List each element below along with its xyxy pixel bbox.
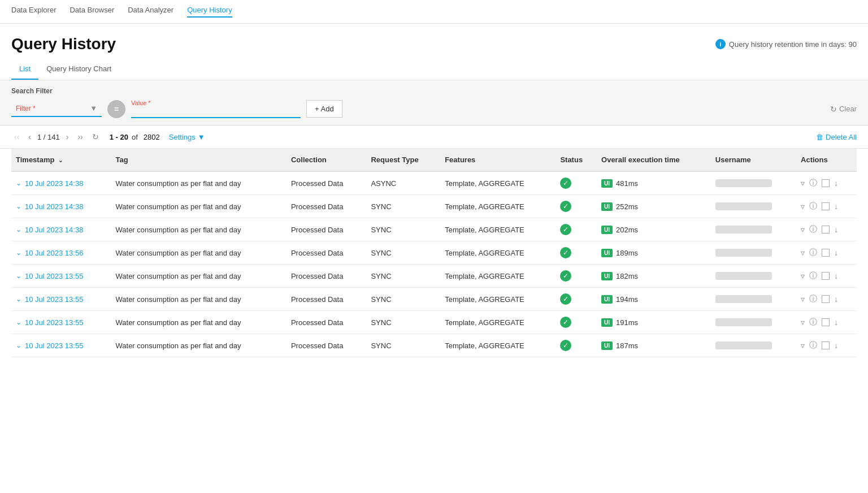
expand-icon[interactable]: ⌄ bbox=[16, 318, 21, 326]
filter-icon[interactable]: ▿ bbox=[801, 341, 805, 350]
timestamp-link[interactable]: 10 Jul 2023 14:38 bbox=[25, 226, 83, 234]
filter-icon[interactable]: ▿ bbox=[801, 202, 805, 211]
checkbox-icon[interactable] bbox=[822, 249, 830, 257]
cell-exec-time-3: UI 189ms bbox=[597, 241, 711, 265]
checkbox-icon[interactable] bbox=[822, 202, 830, 210]
tab-list[interactable]: List bbox=[11, 59, 38, 80]
timestamp-link[interactable]: 10 Jul 2023 14:38 bbox=[25, 202, 83, 211]
col-tag: Tag bbox=[111, 149, 287, 171]
col-timestamp[interactable]: Timestamp ⌄ bbox=[11, 149, 111, 171]
download-icon[interactable]: ↓ bbox=[834, 179, 838, 188]
download-icon[interactable]: ↓ bbox=[834, 341, 838, 350]
ui-badge: UI bbox=[601, 202, 613, 211]
filter-icon[interactable]: ▿ bbox=[801, 248, 805, 257]
chevron-down-icon: ▼ bbox=[198, 133, 205, 141]
expand-icon[interactable]: ⌄ bbox=[16, 226, 21, 233]
add-button[interactable]: + Add bbox=[306, 100, 342, 118]
settings-button[interactable]: Settings ▼ bbox=[169, 133, 205, 141]
timestamp-link[interactable]: 10 Jul 2023 13:55 bbox=[25, 295, 83, 304]
expand-icon[interactable]: ⌄ bbox=[16, 341, 21, 349]
info-circle-icon[interactable]: ⓘ bbox=[809, 178, 817, 188]
cell-tag-4: Water consumption as per flat and day bbox=[111, 265, 287, 288]
timestamp-link[interactable]: 10 Jul 2023 13:55 bbox=[25, 318, 83, 327]
checkbox-icon[interactable] bbox=[822, 272, 830, 280]
retention-info: i Query history retention time in days: … bbox=[715, 39, 857, 49]
filter-icon[interactable]: ▿ bbox=[801, 295, 805, 304]
info-circle-icon[interactable]: ⓘ bbox=[809, 271, 817, 281]
status-ok-icon: ✓ bbox=[560, 270, 571, 282]
expand-icon[interactable]: ⌄ bbox=[16, 202, 21, 210]
checkbox-icon[interactable] bbox=[822, 295, 830, 303]
nav-data-browser[interactable]: Data Browser bbox=[70, 6, 114, 18]
value-input[interactable] bbox=[131, 106, 301, 117]
value-label: Value * bbox=[131, 100, 301, 106]
equals-button[interactable]: = bbox=[107, 100, 125, 118]
timestamp-link[interactable]: 10 Jul 2023 13:55 bbox=[25, 341, 83, 350]
filter-icon[interactable]: ▿ bbox=[801, 271, 805, 280]
download-icon[interactable]: ↓ bbox=[834, 295, 838, 304]
download-icon[interactable]: ↓ bbox=[834, 318, 838, 327]
cell-collection-5: Processed Data bbox=[287, 288, 366, 311]
checkbox-icon[interactable] bbox=[822, 179, 830, 187]
total-count: 2802 bbox=[144, 133, 160, 141]
timestamp-link[interactable]: 10 Jul 2023 13:56 bbox=[25, 249, 83, 257]
cell-timestamp-2: ⌄ 10 Jul 2023 14:38 bbox=[11, 218, 111, 241]
search-filter-section: Search Filter Filter * ▼ = Value * + Add… bbox=[0, 80, 868, 126]
cell-actions-5: ▿ ⓘ ↓ bbox=[796, 288, 857, 311]
table-row: ⌄ 10 Jul 2023 13:55 Water consumption as… bbox=[11, 311, 857, 334]
nav-data-analyzer[interactable]: Data Analyzer bbox=[128, 6, 173, 18]
download-icon[interactable]: ↓ bbox=[834, 271, 838, 280]
info-circle-icon[interactable]: ⓘ bbox=[809, 294, 817, 304]
table-row: ⌄ 10 Jul 2023 13:55 Water consumption as… bbox=[11, 265, 857, 288]
download-icon[interactable]: ↓ bbox=[834, 202, 838, 211]
refresh-icon: ↻ bbox=[830, 105, 837, 114]
table-row: ⌄ 10 Jul 2023 14:38 Water consumption as… bbox=[11, 195, 857, 218]
prev-page-button[interactable]: ‹ bbox=[25, 131, 34, 142]
info-circle-icon[interactable]: ⓘ bbox=[809, 224, 817, 235]
info-circle-icon[interactable]: ⓘ bbox=[809, 340, 817, 351]
cell-username-2 bbox=[711, 218, 796, 241]
filter-icon[interactable]: ▿ bbox=[801, 225, 805, 234]
nav-query-history[interactable]: Query History bbox=[187, 6, 232, 18]
first-page-button[interactable]: ‹‹ bbox=[11, 131, 22, 142]
cell-request-type-5: SYNC bbox=[366, 288, 440, 311]
refresh-button[interactable]: ↻ bbox=[89, 131, 102, 142]
col-request-type: Request Type bbox=[366, 149, 440, 171]
info-circle-icon[interactable]: ⓘ bbox=[809, 248, 817, 258]
exec-time-value: 252ms bbox=[616, 202, 638, 211]
cell-features-7: Template, AGGREGATE bbox=[440, 334, 555, 357]
checkbox-icon[interactable] bbox=[822, 226, 830, 233]
cell-timestamp-0: ⌄ 10 Jul 2023 14:38 bbox=[11, 171, 111, 195]
checkbox-icon[interactable] bbox=[822, 341, 830, 349]
last-page-button[interactable]: ›› bbox=[75, 131, 85, 142]
timestamp-link[interactable]: 10 Jul 2023 14:38 bbox=[25, 179, 83, 188]
cell-exec-time-4: UI 182ms bbox=[597, 265, 711, 288]
clear-label: Clear bbox=[839, 105, 857, 113]
filter-select[interactable]: Filter * ▼ bbox=[11, 101, 102, 117]
info-circle-icon[interactable]: ⓘ bbox=[809, 317, 817, 327]
cell-features-3: Template, AGGREGATE bbox=[440, 241, 555, 265]
page-info: 1 / 141 bbox=[37, 133, 60, 141]
next-page-button[interactable]: › bbox=[63, 131, 72, 142]
ui-badge: UI bbox=[601, 318, 613, 327]
of-label: of bbox=[132, 133, 138, 141]
filter-icon[interactable]: ▿ bbox=[801, 179, 805, 188]
download-icon[interactable]: ↓ bbox=[834, 225, 838, 234]
status-ok-icon: ✓ bbox=[560, 340, 571, 351]
info-circle-icon[interactable]: ⓘ bbox=[809, 201, 817, 211]
cell-status-3: ✓ bbox=[555, 241, 597, 265]
nav-data-explorer[interactable]: Data Explorer bbox=[11, 6, 56, 18]
cell-actions-6: ▿ ⓘ ↓ bbox=[796, 311, 857, 334]
col-status: Status bbox=[555, 149, 597, 171]
filter-icon[interactable]: ▿ bbox=[801, 318, 805, 327]
clear-button[interactable]: ↻ Clear bbox=[830, 105, 857, 114]
timestamp-link[interactable]: 10 Jul 2023 13:55 bbox=[25, 272, 83, 280]
tab-query-history-chart[interactable]: Query History Chart bbox=[38, 59, 119, 80]
download-icon[interactable]: ↓ bbox=[834, 248, 838, 257]
checkbox-icon[interactable] bbox=[822, 318, 830, 326]
expand-icon[interactable]: ⌄ bbox=[16, 295, 21, 303]
expand-icon[interactable]: ⌄ bbox=[16, 179, 21, 187]
delete-all-button[interactable]: 🗑 Delete All bbox=[816, 133, 857, 141]
expand-icon[interactable]: ⌄ bbox=[16, 272, 21, 280]
expand-icon[interactable]: ⌄ bbox=[16, 249, 21, 257]
